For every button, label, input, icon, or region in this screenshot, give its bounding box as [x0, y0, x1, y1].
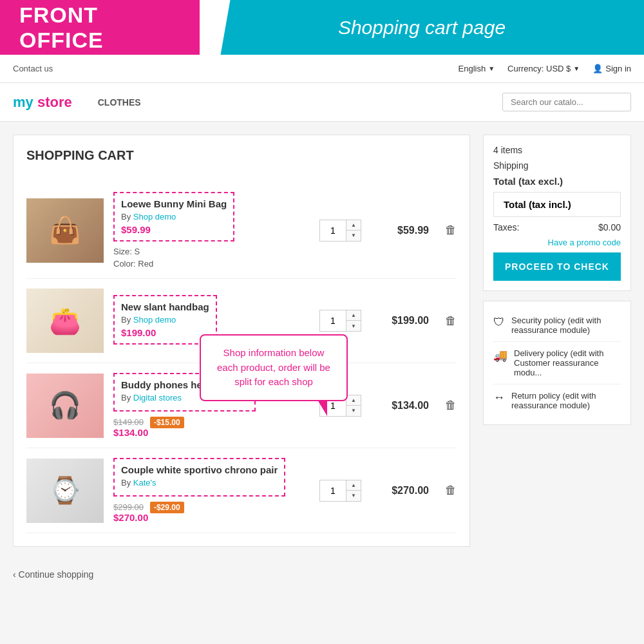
- item-price-old-4: $299.00: [113, 502, 144, 512]
- quantity-input-4[interactable]: [320, 482, 346, 499]
- banner-left: FRONT OFFICE: [0, 0, 200, 55]
- delete-button-3[interactable]: 🗑: [445, 399, 457, 412]
- item-shop-1: By Shop demo: [121, 212, 227, 222]
- list-item: ↔ Return policy (edit with reassurance m…: [493, 384, 621, 417]
- total-incl-label: Total (tax incl.): [504, 199, 571, 210]
- currency-dropdown-arrow: ▼: [573, 65, 580, 72]
- logo-my: my: [13, 94, 33, 111]
- qty-arrows-1: ▲ ▼: [346, 220, 361, 241]
- currency-label: Currency: USD $: [507, 64, 571, 73]
- security-icon: 🛡: [493, 316, 505, 329]
- total-excl-row: Total (tax excl.): [493, 176, 621, 187]
- shop-link-1[interactable]: Shop demo: [133, 212, 176, 222]
- store-nav: my store CLOTHES: [0, 83, 644, 122]
- store-logo[interactable]: my store: [13, 94, 72, 111]
- policies-box: 🛡 Security policy (edit with reassurance…: [483, 301, 631, 425]
- item-total-3: $134.00: [377, 400, 429, 412]
- search-input[interactable]: [502, 93, 631, 111]
- qty-up-2[interactable]: ▲: [346, 310, 361, 321]
- delete-button-1[interactable]: 🗑: [445, 223, 457, 237]
- qty-up-4[interactable]: ▲: [346, 480, 361, 491]
- item-name-4: Couple white sportivo chrono pair: [121, 464, 278, 475]
- delivery-policy-text: Delivery policy (edit with Customer reas…: [514, 348, 621, 377]
- item-total-2: $199.00: [377, 315, 429, 327]
- front-office-title: FRONT OFFICE: [19, 3, 180, 53]
- product-image-3: 🎧: [26, 374, 104, 438]
- handbag2-image: 👛: [26, 289, 104, 353]
- product-image-1: 👜: [26, 198, 104, 263]
- item-total-1: $59.99: [377, 225, 429, 236]
- handbag1-image: 👜: [26, 198, 104, 263]
- product-image-2: 👛: [26, 289, 104, 353]
- table-row: ⌚ Couple white sportivo chrono pair By K…: [26, 448, 457, 533]
- nav-clothes[interactable]: CLOTHES: [98, 97, 141, 108]
- qty-arrows-4: ▲ ▼: [346, 480, 361, 501]
- items-count-row: 4 items: [493, 145, 621, 155]
- item-total-4: $270.00: [377, 485, 429, 497]
- item-color-1: Color: Red: [113, 259, 310, 269]
- item-shop-4: By Kate's: [121, 478, 278, 488]
- return-policy-text: Return policy (edit with reassurance mod…: [511, 391, 621, 410]
- qty-up-3[interactable]: ▲: [346, 395, 361, 406]
- quantity-control-4: ▲ ▼: [319, 480, 361, 502]
- delete-button-2[interactable]: 🗑: [445, 314, 457, 328]
- qty-input-wrap-2: ▲ ▼: [319, 310, 361, 332]
- logo-store: store: [37, 94, 72, 111]
- watch-image: ⌚: [26, 459, 104, 523]
- qty-arrows-2: ▲ ▼: [346, 310, 361, 331]
- signin-label: Sign in: [605, 64, 631, 73]
- item-price-2: $199.00: [121, 327, 209, 338]
- return-icon: ↔: [493, 391, 505, 404]
- item-shop-info-4: Couple white sportivo chrono pair By Kat…: [113, 458, 285, 497]
- continue-shopping-link[interactable]: ‹ Continue shopping: [0, 560, 644, 589]
- shipping-label: Shipping: [493, 160, 529, 171]
- quantity-input-2[interactable]: [320, 312, 346, 329]
- total-excl-label: Total (tax excl.): [493, 176, 563, 187]
- item-details-4: Couple white sportivo chrono pair By Kat…: [113, 458, 310, 523]
- delete-button-4[interactable]: 🗑: [445, 484, 457, 497]
- main-content: Shop information below each product, ord…: [0, 122, 644, 560]
- item-name-2: New slant handbag: [121, 301, 209, 312]
- item-shop-info-1: Loewe Bunny Mini Bag By Shop demo $59.99: [113, 192, 234, 242]
- summary-box: 4 items Shipping Total (tax excl.) Total…: [483, 135, 631, 291]
- top-nav-right: English ▼ Currency: USD $ ▼ 👤 Sign in: [459, 64, 631, 73]
- order-summary: 4 items Shipping Total (tax excl.) Total…: [483, 135, 631, 547]
- security-policy-text: Security policy (edit with reassurance m…: [511, 316, 621, 335]
- language-selector[interactable]: English ▼: [459, 64, 495, 73]
- shop-link-3[interactable]: Digital stores: [133, 393, 182, 402]
- quantity-control-1: ▲ ▼: [319, 220, 361, 242]
- product-image-4: ⌚: [26, 459, 104, 523]
- quantity-control-2: ▲ ▼: [319, 310, 361, 332]
- item-details-1: Loewe Bunny Mini Bag By Shop demo $59.99…: [113, 192, 310, 269]
- qty-down-1[interactable]: ▼: [346, 231, 361, 241]
- list-item: 🛡 Security policy (edit with reassurance…: [493, 309, 621, 342]
- signin-icon: 👤: [592, 64, 603, 73]
- item-price-old-3: $149.00: [113, 417, 144, 427]
- qty-down-2[interactable]: ▼: [346, 321, 361, 331]
- qty-down-4[interactable]: ▼: [346, 491, 361, 501]
- list-item: 🚚 Delivery policy (edit with Customer re…: [493, 342, 621, 384]
- headphones-image: 🎧: [26, 374, 104, 438]
- contact-link[interactable]: Contact us: [13, 64, 53, 73]
- page-subtitle: Shopping cart page: [338, 17, 506, 39]
- qty-arrows-3: ▲ ▼: [346, 395, 361, 416]
- taxes-row: Taxes: $0.00: [493, 222, 621, 232]
- item-price-4: $270.00: [113, 512, 310, 523]
- checkout-button[interactable]: PROCEED TO CHECK: [493, 252, 621, 281]
- item-price-3: $134.00: [113, 427, 310, 438]
- items-count: 4 items: [493, 145, 522, 155]
- taxes-label: Taxes:: [493, 222, 519, 232]
- quantity-input-1[interactable]: [320, 222, 346, 239]
- currency-selector[interactable]: Currency: USD $ ▼: [507, 64, 580, 73]
- shop-link-4[interactable]: Kate's: [133, 478, 156, 488]
- delivery-icon: 🚚: [493, 348, 507, 363]
- signin-button[interactable]: 👤 Sign in: [592, 64, 631, 73]
- item-size-1: Size: S: [113, 247, 310, 256]
- qty-up-1[interactable]: ▲: [346, 220, 361, 231]
- shop-link-2[interactable]: Shop demo: [133, 315, 176, 325]
- callout-text: Shop information below each product, ord…: [217, 347, 330, 387]
- item-discount-4: -$29.00: [150, 502, 184, 513]
- item-discount-3: -$15.00: [150, 417, 184, 428]
- promo-link[interactable]: Have a promo code: [493, 238, 621, 247]
- qty-down-3[interactable]: ▼: [346, 406, 361, 416]
